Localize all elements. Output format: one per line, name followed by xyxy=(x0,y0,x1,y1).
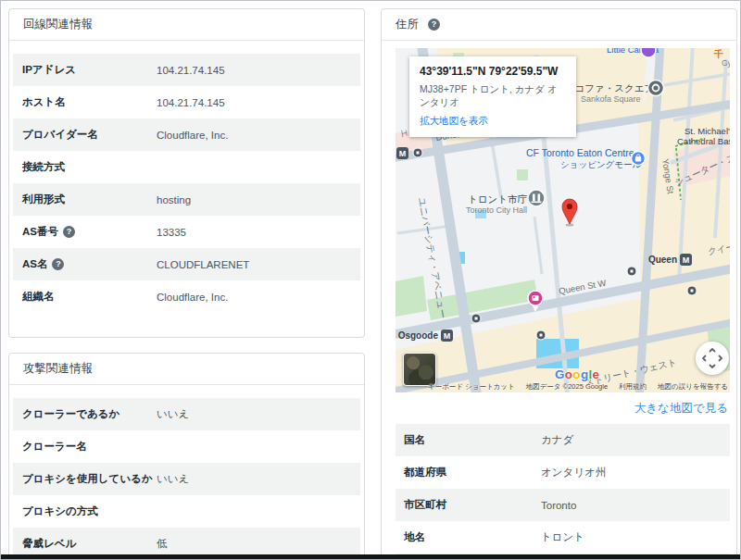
table-row: クローラーであるか いいえ xyxy=(13,398,360,430)
poi-label-cityhall-jp: トロント市庁舎 xyxy=(468,193,536,205)
table-row: AS名 ? CLOUDFLARENET xyxy=(13,248,360,280)
table-row: 都道府県 オンタリオ州 xyxy=(396,456,730,489)
row-value: 104.21.74.145 xyxy=(157,65,225,76)
table-row: プロキシを使用しているか いいえ xyxy=(13,463,360,495)
row-label: クローラーであるか xyxy=(22,407,157,421)
map-data-label: 地図データ ©2025 Google xyxy=(526,382,608,392)
little-canada-icon[interactable] xyxy=(641,48,656,57)
row-label: 地名 xyxy=(404,530,541,544)
street-label-fragment: エ xyxy=(399,129,409,139)
sankofa-square-icon[interactable] xyxy=(648,81,664,96)
address-body: Dundas St W Queen St W ストリート・ウェスト Yonge … xyxy=(382,41,736,560)
row-value: いいえ xyxy=(157,472,189,486)
row-label: AS番号 ? xyxy=(22,225,157,239)
coordinates-title: 43°39'11.5"N 79°22'59.5"W xyxy=(420,65,566,78)
card-title: 攻撃関連情報 xyxy=(23,361,93,377)
keyboard-shortcuts-button[interactable]: キーボード ショートカット xyxy=(428,382,515,392)
row-value: 104.21.74.145 xyxy=(157,97,225,108)
ip-info-page: { "icons": { "help": "?" }, "cards": { "… xyxy=(0,0,741,560)
row-value: Cloudflare, Inc. xyxy=(157,130,228,141)
row-label: 接続方式 xyxy=(22,160,157,174)
poi-label-stmichaels-2: Cathedral Basilica xyxy=(677,136,730,146)
help-icon[interactable]: ? xyxy=(428,19,440,31)
row-label: プロバイダー名 xyxy=(22,128,157,142)
attack-info-card: 攻撃関連情報 クローラーであるか いいえ クローラー名 プロキシを使用しているか… xyxy=(8,353,365,560)
bigger-map-link[interactable]: 大きな地図で見る xyxy=(634,402,728,415)
row-label: プロキシを使用しているか xyxy=(22,472,157,486)
table-row: 地名 トロント xyxy=(396,521,730,554)
subway-station-icon[interactable]: M xyxy=(680,254,692,266)
row-value: hosting xyxy=(157,194,191,205)
address-card: 住所 ? xyxy=(381,8,737,560)
google-logo-letter: G xyxy=(555,367,565,381)
table-row: プロキシの方式 xyxy=(13,495,360,528)
row-value: 13335 xyxy=(157,227,186,238)
poi-label-cityhall-en: Toronto City Hall xyxy=(466,205,527,215)
view-larger-row: 大きな地図で見る xyxy=(396,392,730,422)
row-label: 組織名 xyxy=(22,290,157,304)
right-column: 住所 ? xyxy=(381,8,737,560)
table-row: 国名 カナダ xyxy=(396,424,730,456)
line-info-body: IPアドレス 104.21.74.145 ホスト名 104.21.74.145 … xyxy=(9,41,364,337)
city-hall-icon[interactable] xyxy=(528,190,545,206)
view-larger-map-link[interactable]: 拡大地図を表示 xyxy=(420,115,488,128)
poi-label-stmichaels-1: St. Michael's xyxy=(684,126,730,136)
terms-link[interactable]: 利用規約 xyxy=(619,382,647,392)
left-column: 回線関連情報 IPアドレス 104.21.74.145 ホスト名 104.21.… xyxy=(8,8,365,560)
row-label: IPアドレス xyxy=(22,63,157,77)
row-label: 国名 xyxy=(404,433,541,447)
subway-station-icon[interactable]: M xyxy=(441,330,453,342)
map-info-window: 43°39'11.5"N 79°22'59.5"W MJ38+7PF トロント,… xyxy=(409,56,576,137)
pan-arrows-icon xyxy=(701,347,723,369)
map-attribution: キーボード ショートカット 地図データ ©2025 Google 利用規約 地図… xyxy=(428,382,728,392)
row-value: Toronto xyxy=(541,500,576,511)
address-header: 住所 ? xyxy=(382,9,736,41)
table-row: AS番号 ? 13335 xyxy=(13,216,360,248)
row-label: AS名 ? xyxy=(22,257,157,271)
help-icon[interactable]: ? xyxy=(52,258,64,270)
table-row: プロバイダー名 Cloudflare, Inc. xyxy=(13,118,360,151)
attack-info-header: 攻撃関連情報 xyxy=(9,354,364,385)
poi-label-eaton: CF Toronto Eaton Centre xyxy=(526,147,634,158)
poi-label-eaton-sub: ショッピングモール xyxy=(560,159,642,169)
google-logo[interactable]: Google xyxy=(555,367,599,381)
row-value: いいえ xyxy=(157,407,189,421)
report-error-link[interactable]: 地図の誤りを報告する xyxy=(658,382,728,392)
svg-text:M: M xyxy=(683,255,690,265)
help-icon[interactable]: ? xyxy=(63,226,75,238)
poi-label-sankofa-en: Sankofa Square xyxy=(581,94,641,104)
row-label-text: AS番号 xyxy=(22,225,58,239)
eaton-centre-icon[interactable] xyxy=(632,152,646,166)
subway-station-icon[interactable]: M xyxy=(396,147,408,159)
fullscreen-button[interactable] xyxy=(696,342,729,375)
svg-text:M: M xyxy=(399,149,407,158)
row-label: プロキシの方式 xyxy=(22,504,157,518)
table-row: 利用形式 hosting xyxy=(13,183,360,216)
google-logo-letter: e xyxy=(593,367,600,381)
table-row: 組織名 Cloudflare, Inc. xyxy=(13,280,360,313)
google-logo-letter: o xyxy=(572,367,581,381)
table-row: IPアドレス 104.21.74.145 xyxy=(13,54,360,86)
card-title: 回線関連情報 xyxy=(23,17,93,32)
row-label: クローラー名 xyxy=(22,440,157,454)
table-row: ホスト名 104.21.74.145 xyxy=(13,86,360,118)
poi-label-gym-en: Gy xyxy=(722,58,730,68)
address-table: 国名 カナダ 都道府県 オンタリオ州 市区町村 Toronto 地名 トロント xyxy=(396,424,730,560)
card-title: 住所 xyxy=(396,17,419,32)
row-value: Cloudflare, Inc. xyxy=(157,292,228,303)
attack-info-body: クローラーであるか いいえ クローラー名 プロキシを使用しているか いいえ プロ… xyxy=(9,385,364,560)
satellite-view-toggle[interactable] xyxy=(403,353,436,386)
line-info-card: 回線関連情報 IPアドレス 104.21.74.145 ホスト名 104.21.… xyxy=(8,8,365,338)
row-label: 利用形式 xyxy=(22,193,157,206)
google-map[interactable]: Dundas St W Queen St W ストリート・ウェスト Yonge … xyxy=(396,48,730,392)
row-value: カナダ xyxy=(541,433,573,447)
footer-bar xyxy=(1,554,740,559)
row-label: 脅威レベル xyxy=(22,537,157,551)
line-info-header: 回線関連情報 xyxy=(9,9,364,41)
row-label: ホスト名 xyxy=(22,95,157,109)
station-label-osgoode: Osgoode xyxy=(398,330,439,341)
row-label-text: AS名 xyxy=(22,257,47,271)
row-label: 市区町村 xyxy=(404,498,541,512)
station-label-queen: Queen xyxy=(648,255,677,265)
row-label: 都道府県 xyxy=(404,466,541,479)
